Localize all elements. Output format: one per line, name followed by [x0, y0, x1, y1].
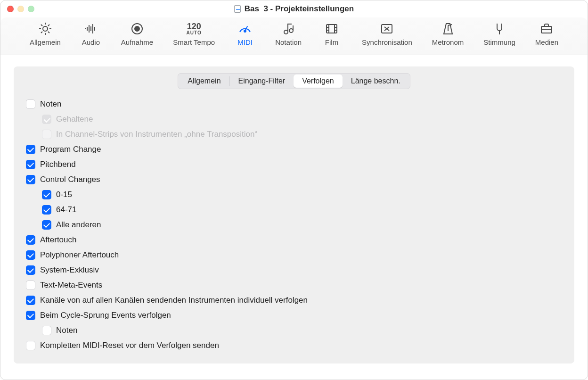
row-aftertouch: Aftertouch: [26, 232, 565, 248]
tab-medien-label: Medien: [535, 38, 558, 46]
row-pitchbend: Pitchbend: [26, 157, 565, 172]
row-text-meta-events: Text-Meta-Events: [26, 278, 565, 293]
row-cycle-sprung: Beim Cycle-Sprung Events verfolgen: [26, 308, 565, 323]
tab-aufnahme[interactable]: Aufnahme: [118, 18, 156, 50]
tab-smart-tempo-label: Smart Tempo: [173, 38, 215, 46]
svg-point-2: [135, 26, 139, 31]
label-text-meta-events: Text-Meta-Events: [40, 281, 102, 290]
settings-body: Allgemein Eingang-Filter Verfolgen Länge…: [0, 55, 588, 380]
svg-rect-6: [327, 25, 337, 33]
subtab-allgemein[interactable]: Allgemein: [179, 74, 229, 88]
tab-synchronisation-label: Synchronisation: [362, 38, 412, 46]
tab-smart-tempo[interactable]: 120 AUTO Smart Tempo: [170, 18, 218, 50]
midi-gauge-icon: [237, 21, 253, 36]
window-controls: [7, 6, 34, 12]
label-in-channel-strips: In Channel-Strips von Instrumenten „ohne…: [56, 130, 257, 139]
subtab-eingang-filter[interactable]: Eingang-Filter: [230, 74, 294, 88]
document-icon: [234, 5, 241, 13]
checkbox-text-meta-events[interactable]: [26, 281, 35, 290]
project-settings-window: Bas_3 - Projekteinstellungen Allgemein A…: [0, 0, 588, 380]
chase-options-list: Noten Gehaltene In Channel-Strips von In…: [23, 97, 565, 353]
midi-chase-panel: Allgemein Eingang-Filter Verfolgen Länge…: [14, 66, 574, 363]
tab-medien[interactable]: Medien: [532, 18, 561, 50]
row-poly-aftertouch: Polyphoner Aftertouch: [26, 248, 565, 263]
tab-metronom-label: Metronom: [432, 38, 464, 46]
tab-midi-label: MIDI: [237, 38, 253, 46]
label-midi-reset: Kompletten MIDI-Reset vor dem Verfolgen …: [40, 341, 219, 350]
tab-allgemein-label: Allgemein: [30, 38, 61, 46]
checkbox-noten[interactable]: [26, 99, 35, 109]
tab-aufnahme-label: Aufnahme: [121, 38, 153, 46]
record-icon: [129, 21, 145, 36]
tab-metronom[interactable]: Metronom: [429, 18, 467, 50]
tab-midi[interactable]: MIDI: [232, 18, 258, 50]
checkbox-aftertouch[interactable]: [26, 235, 35, 245]
tab-audio[interactable]: Audio: [78, 18, 104, 50]
row-program-change: Program Change: [26, 142, 565, 157]
film-icon: [324, 21, 340, 36]
checkbox-cc-0-15[interactable]: [42, 190, 51, 199]
checkbox-cycle-sprung[interactable]: [26, 311, 35, 320]
tab-stimmung-label: Stimmung: [483, 38, 515, 46]
subtab-verfolgen[interactable]: Verfolgen: [294, 74, 343, 88]
checkbox-cc-alle-anderen[interactable]: [42, 220, 51, 230]
tab-film-label: Film: [325, 38, 338, 46]
checkbox-midi-reset[interactable]: [26, 341, 35, 350]
settings-toolbar: Allgemein Audio Aufnahme 120 AUTO Smart …: [0, 17, 588, 55]
checkbox-poly-aftertouch[interactable]: [26, 250, 35, 260]
svg-point-0: [43, 26, 48, 31]
close-window-icon[interactable]: [7, 6, 14, 12]
checkbox-kanaele-verfolgen[interactable]: [26, 296, 35, 305]
svg-point-4: [284, 30, 288, 34]
smart-tempo-value: 120: [187, 22, 201, 31]
row-control-changes: Control Changes: [26, 172, 565, 187]
label-cc-0-15: 0-15: [56, 190, 72, 199]
tab-notation[interactable]: Notation: [272, 18, 304, 50]
label-poly-aftertouch: Polyphoner Aftertouch: [40, 250, 119, 260]
checkbox-pitchbend[interactable]: [26, 160, 35, 169]
row-midi-reset: Kompletten MIDI-Reset vor dem Verfolgen …: [26, 338, 565, 353]
svg-point-3: [244, 30, 246, 32]
label-cc-alle-anderen: Alle anderen: [56, 220, 101, 230]
tab-synchronisation[interactable]: Synchronisation: [359, 18, 415, 50]
row-gehaltene: Gehaltene: [26, 112, 565, 127]
row-in-channel-strips: In Channel-Strips von Instrumenten „ohne…: [26, 127, 565, 142]
tab-allgemein[interactable]: Allgemein: [27, 18, 64, 50]
svg-point-5: [289, 29, 293, 33]
checkbox-cycle-noten[interactable]: [42, 326, 51, 335]
tab-film[interactable]: Film: [318, 18, 345, 50]
row-cc-0-15: 0-15: [26, 187, 565, 202]
label-cc-64-71: 64-71: [56, 205, 76, 215]
titlebar: Bas_3 - Projekteinstellungen: [0, 0, 588, 17]
waveform-icon: [83, 21, 99, 36]
label-cycle-noten: Noten: [56, 326, 77, 335]
row-system-exklusiv: System-Exklusiv: [26, 263, 565, 278]
label-program-change: Program Change: [40, 145, 101, 154]
tuning-fork-icon: [491, 21, 507, 36]
checkbox-program-change[interactable]: [26, 145, 35, 154]
window-title: Bas_3 - Projekteinstellungen: [234, 4, 354, 14]
tab-stimmung[interactable]: Stimmung: [481, 18, 518, 50]
checkbox-cc-64-71[interactable]: [42, 205, 51, 215]
label-cycle-sprung: Beim Cycle-Sprung Events verfolgen: [40, 311, 171, 320]
label-kanaele-verfolgen: Kanäle von auf allen Kanälen sendenden I…: [40, 296, 308, 305]
checkbox-gehaltene: [42, 115, 51, 124]
checkbox-system-exklusiv[interactable]: [26, 265, 35, 275]
briefcase-icon: [539, 21, 555, 36]
row-cycle-noten: Noten: [26, 323, 565, 338]
tab-notation-label: Notation: [275, 38, 302, 46]
label-aftertouch: Aftertouch: [40, 235, 77, 245]
label-system-exklusiv: System-Exklusiv: [40, 265, 99, 275]
row-cc-alle-anderen: Alle anderen: [26, 217, 565, 232]
checkbox-control-changes[interactable]: [26, 175, 35, 184]
tab-audio-label: Audio: [82, 38, 100, 46]
subtab-laenge-beschn[interactable]: Länge beschn.: [343, 74, 409, 88]
checkbox-in-channel-strips: [42, 130, 51, 139]
label-gehaltene: Gehaltene: [56, 115, 93, 124]
zoom-window-icon[interactable]: [28, 6, 34, 12]
minimize-window-icon[interactable]: [17, 6, 24, 12]
gear-icon: [37, 21, 53, 36]
smart-tempo-sub: AUTO: [187, 31, 202, 35]
midi-subtab-segmented: Allgemein Eingang-Filter Verfolgen Länge…: [178, 73, 410, 89]
label-pitchbend: Pitchbend: [40, 160, 76, 169]
